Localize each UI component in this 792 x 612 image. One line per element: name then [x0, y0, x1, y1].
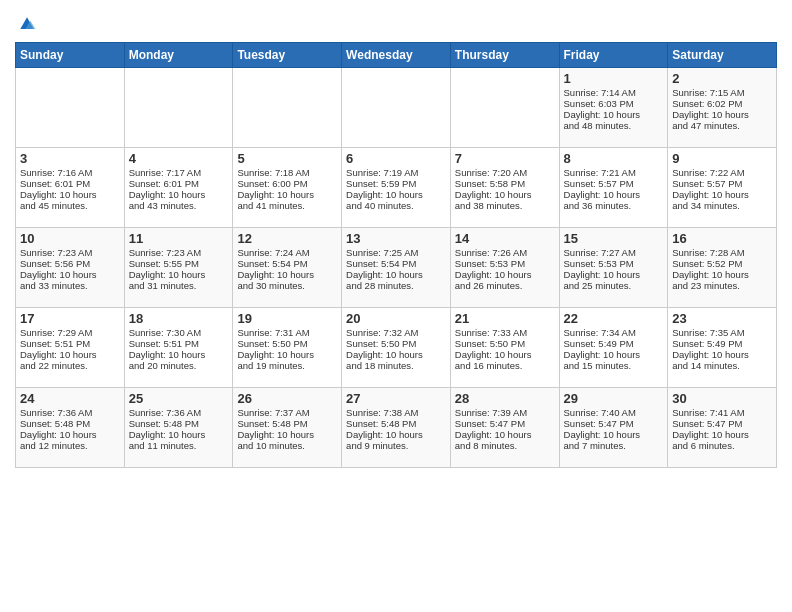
day-cell: 14Sunrise: 7:26 AMSunset: 5:53 PMDayligh…: [450, 228, 559, 308]
day-info: and 31 minutes.: [129, 280, 229, 291]
day-info: Sunset: 5:56 PM: [20, 258, 120, 269]
day-info: and 19 minutes.: [237, 360, 337, 371]
day-cell: 30Sunrise: 7:41 AMSunset: 5:47 PMDayligh…: [668, 388, 777, 468]
day-info: Daylight: 10 hours: [672, 189, 772, 200]
day-info: and 38 minutes.: [455, 200, 555, 211]
day-info: Sunrise: 7:25 AM: [346, 247, 446, 258]
day-info: and 40 minutes.: [346, 200, 446, 211]
day-cell: 9Sunrise: 7:22 AMSunset: 5:57 PMDaylight…: [668, 148, 777, 228]
day-info: Daylight: 10 hours: [564, 269, 664, 280]
day-cell: 12Sunrise: 7:24 AMSunset: 5:54 PMDayligh…: [233, 228, 342, 308]
day-info: Daylight: 10 hours: [564, 109, 664, 120]
day-cell: 5Sunrise: 7:18 AMSunset: 6:00 PMDaylight…: [233, 148, 342, 228]
week-row-0: 1Sunrise: 7:14 AMSunset: 6:03 PMDaylight…: [16, 68, 777, 148]
day-info: Daylight: 10 hours: [237, 349, 337, 360]
day-info: and 43 minutes.: [129, 200, 229, 211]
day-info: Sunrise: 7:30 AM: [129, 327, 229, 338]
day-cell: 7Sunrise: 7:20 AMSunset: 5:58 PMDaylight…: [450, 148, 559, 228]
day-info: Sunset: 5:52 PM: [672, 258, 772, 269]
day-info: Sunrise: 7:34 AM: [564, 327, 664, 338]
day-info: and 34 minutes.: [672, 200, 772, 211]
day-info: and 23 minutes.: [672, 280, 772, 291]
day-info: and 18 minutes.: [346, 360, 446, 371]
day-info: Sunrise: 7:17 AM: [129, 167, 229, 178]
weekday-header-thursday: Thursday: [450, 43, 559, 68]
day-info: Sunrise: 7:26 AM: [455, 247, 555, 258]
day-cell: 29Sunrise: 7:40 AMSunset: 5:47 PMDayligh…: [559, 388, 668, 468]
day-number: 14: [455, 231, 555, 246]
day-number: 4: [129, 151, 229, 166]
day-info: Sunrise: 7:39 AM: [455, 407, 555, 418]
weekday-header-monday: Monday: [124, 43, 233, 68]
day-info: Sunset: 5:48 PM: [237, 418, 337, 429]
day-info: and 41 minutes.: [237, 200, 337, 211]
day-info: Sunset: 5:49 PM: [672, 338, 772, 349]
day-info: Sunrise: 7:33 AM: [455, 327, 555, 338]
day-info: Daylight: 10 hours: [672, 109, 772, 120]
day-info: Sunset: 5:50 PM: [455, 338, 555, 349]
calendar-body: 1Sunrise: 7:14 AMSunset: 6:03 PMDaylight…: [16, 68, 777, 468]
day-number: 18: [129, 311, 229, 326]
day-info: Daylight: 10 hours: [564, 349, 664, 360]
day-info: Sunrise: 7:15 AM: [672, 87, 772, 98]
week-row-2: 10Sunrise: 7:23 AMSunset: 5:56 PMDayligh…: [16, 228, 777, 308]
day-info: and 11 minutes.: [129, 440, 229, 451]
day-info: Daylight: 10 hours: [455, 189, 555, 200]
day-info: and 36 minutes.: [564, 200, 664, 211]
day-cell: [16, 68, 125, 148]
page-container: SundayMondayTuesdayWednesdayThursdayFrid…: [0, 0, 792, 478]
day-number: 2: [672, 71, 772, 86]
day-info: Sunset: 5:47 PM: [672, 418, 772, 429]
day-info: Daylight: 10 hours: [237, 429, 337, 440]
day-number: 5: [237, 151, 337, 166]
day-cell: 3Sunrise: 7:16 AMSunset: 6:01 PMDaylight…: [16, 148, 125, 228]
day-info: Sunset: 5:58 PM: [455, 178, 555, 189]
day-cell: 28Sunrise: 7:39 AMSunset: 5:47 PMDayligh…: [450, 388, 559, 468]
day-info: Daylight: 10 hours: [20, 269, 120, 280]
day-info: Sunrise: 7:14 AM: [564, 87, 664, 98]
day-number: 30: [672, 391, 772, 406]
day-number: 12: [237, 231, 337, 246]
day-number: 27: [346, 391, 446, 406]
day-cell: 17Sunrise: 7:29 AMSunset: 5:51 PMDayligh…: [16, 308, 125, 388]
day-info: Sunrise: 7:36 AM: [20, 407, 120, 418]
day-info: and 47 minutes.: [672, 120, 772, 131]
day-info: Sunset: 5:55 PM: [129, 258, 229, 269]
day-number: 7: [455, 151, 555, 166]
day-cell: 2Sunrise: 7:15 AMSunset: 6:02 PMDaylight…: [668, 68, 777, 148]
day-number: 6: [346, 151, 446, 166]
day-cell: 1Sunrise: 7:14 AMSunset: 6:03 PMDaylight…: [559, 68, 668, 148]
day-info: Sunset: 6:01 PM: [20, 178, 120, 189]
day-info: Sunset: 6:00 PM: [237, 178, 337, 189]
day-info: Sunset: 5:54 PM: [346, 258, 446, 269]
day-info: Sunrise: 7:36 AM: [129, 407, 229, 418]
day-info: Sunrise: 7:20 AM: [455, 167, 555, 178]
header: [15, 10, 777, 34]
day-number: 9: [672, 151, 772, 166]
day-info: Sunset: 5:59 PM: [346, 178, 446, 189]
day-info: Sunset: 5:50 PM: [346, 338, 446, 349]
day-info: and 22 minutes.: [20, 360, 120, 371]
day-cell: 16Sunrise: 7:28 AMSunset: 5:52 PMDayligh…: [668, 228, 777, 308]
day-cell: 6Sunrise: 7:19 AMSunset: 5:59 PMDaylight…: [342, 148, 451, 228]
day-cell: 8Sunrise: 7:21 AMSunset: 5:57 PMDaylight…: [559, 148, 668, 228]
day-cell: 19Sunrise: 7:31 AMSunset: 5:50 PMDayligh…: [233, 308, 342, 388]
day-number: 8: [564, 151, 664, 166]
day-info: and 7 minutes.: [564, 440, 664, 451]
day-info: and 26 minutes.: [455, 280, 555, 291]
calendar-header: SundayMondayTuesdayWednesdayThursdayFrid…: [16, 43, 777, 68]
day-info: Sunset: 5:48 PM: [346, 418, 446, 429]
weekday-header-wednesday: Wednesday: [342, 43, 451, 68]
logo-block: [15, 14, 37, 34]
day-info: Sunset: 5:47 PM: [564, 418, 664, 429]
day-info: Daylight: 10 hours: [346, 189, 446, 200]
day-cell: 10Sunrise: 7:23 AMSunset: 5:56 PMDayligh…: [16, 228, 125, 308]
day-info: Daylight: 10 hours: [129, 189, 229, 200]
day-info: Sunrise: 7:41 AM: [672, 407, 772, 418]
day-cell: 25Sunrise: 7:36 AMSunset: 5:48 PMDayligh…: [124, 388, 233, 468]
day-cell: 11Sunrise: 7:23 AMSunset: 5:55 PMDayligh…: [124, 228, 233, 308]
day-info: Sunrise: 7:29 AM: [20, 327, 120, 338]
day-info: Sunset: 5:50 PM: [237, 338, 337, 349]
day-info: Sunrise: 7:35 AM: [672, 327, 772, 338]
day-cell: 27Sunrise: 7:38 AMSunset: 5:48 PMDayligh…: [342, 388, 451, 468]
